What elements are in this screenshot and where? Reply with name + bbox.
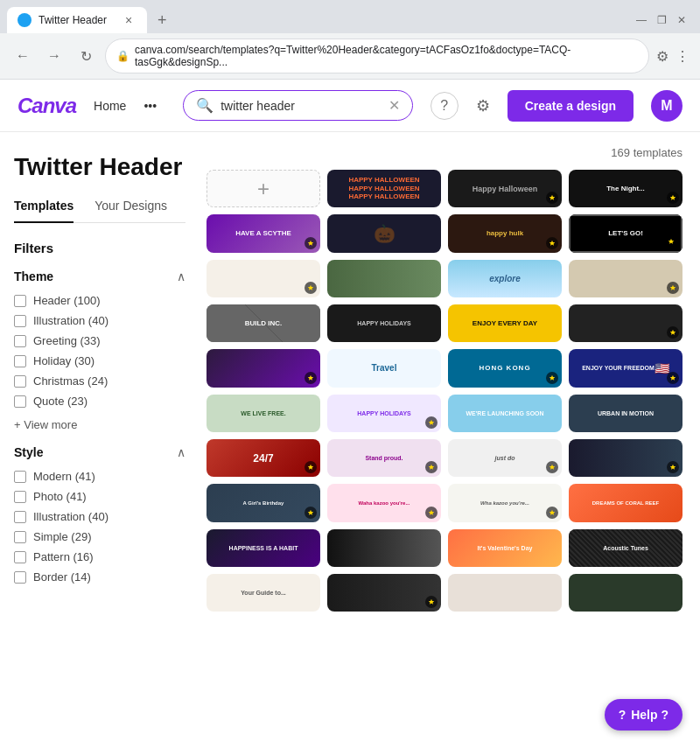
templates-area: 169 templates + HAPPY HALLOWEEN HAPPY HA… [200, 132, 700, 626]
style-filter-header[interactable]: Style ∧ [14, 445, 186, 459]
template-card[interactable]: The Night... [569, 170, 682, 207]
filter-label-illustration: Illustration (40) [33, 314, 108, 327]
template-card[interactable] [569, 574, 682, 612]
filter-item-border[interactable]: Border (14) [14, 570, 186, 584]
template-card[interactable]: HAVE A SCYTHE [206, 214, 320, 252]
template-card[interactable]: A Girl's Birthday [206, 484, 320, 521]
forward-button[interactable]: → [42, 44, 66, 68]
address-bar[interactable]: 🔒 canva.com/search/templates?q=Twitter%2… [105, 38, 649, 73]
filter-item-illustration[interactable]: Illustration (40) [14, 314, 186, 327]
template-card[interactable] [569, 439, 682, 477]
back-button[interactable]: ← [10, 44, 35, 68]
template-card[interactable]: It's Valentine's Day [448, 529, 562, 567]
filter-checkbox-greeting[interactable] [14, 335, 26, 347]
view-more-theme[interactable]: + View more [14, 415, 186, 431]
add-new-template[interactable]: + [206, 170, 320, 207]
canva-logo[interactable]: Canva [18, 94, 76, 118]
template-card[interactable]: Travel [327, 349, 441, 387]
filter-checkbox-quote[interactable] [14, 395, 26, 408]
filter-checkbox-border[interactable] [14, 571, 26, 584]
filter-item-modern[interactable]: Modern (41) [14, 470, 186, 483]
template-card[interactable] [327, 574, 441, 612]
minimize-button[interactable]: — [636, 14, 647, 26]
template-card[interactable]: Wha kazoo you're... [448, 484, 562, 521]
template-card[interactable]: Happy Halloween [448, 170, 562, 207]
template-card[interactable]: Acoustic Tunes [569, 529, 682, 567]
template-card[interactable] [206, 260, 320, 297]
template-card[interactable]: HAPPY HOLIDAYS [327, 304, 441, 342]
template-card[interactable]: BUILD INC. [206, 304, 320, 342]
template-card[interactable] [206, 349, 320, 387]
template-card[interactable]: HAPPY HALLOWEEN HAPPY HALLOWEEN HAPPY HA… [327, 170, 441, 207]
search-clear-button[interactable]: ✕ [388, 97, 400, 114]
template-card[interactable] [569, 304, 682, 342]
maximize-button[interactable]: ❐ [657, 14, 667, 26]
create-design-button[interactable]: Create a design [508, 90, 634, 122]
template-card[interactable] [327, 529, 441, 567]
nav-home-link[interactable]: Home [94, 99, 126, 113]
theme-filter-header[interactable]: Theme ∧ [14, 269, 186, 283]
filter-checkbox-illustration[interactable] [14, 315, 26, 327]
filter-checkbox-christmas[interactable] [14, 375, 26, 388]
filter-checkbox-header[interactable] [14, 295, 26, 307]
nav-more-button[interactable]: ••• [144, 99, 157, 113]
filter-item-photo[interactable]: Photo (41) [14, 490, 186, 503]
tab-close-button[interactable]: × [121, 12, 136, 28]
template-card[interactable]: WE LIVE FREE. [206, 395, 320, 432]
extensions-button[interactable]: ⚙ [656, 48, 668, 65]
search-input[interactable] [220, 99, 382, 113]
template-card[interactable]: 24/7 [206, 439, 320, 477]
svg-marker-4 [668, 238, 674, 243]
template-card[interactable]: happy hulk [448, 214, 562, 252]
template-card[interactable] [569, 260, 682, 297]
filter-checkbox-holiday[interactable] [14, 355, 26, 367]
filter-item-style-illustration[interactable]: Illustration (40) [14, 510, 186, 523]
theme-filter-section: Theme ∧ Header (100) Illustration (40) G… [14, 269, 186, 431]
tab-templates[interactable]: Templates [14, 199, 74, 223]
template-card[interactable]: URBAN IN MOTION [569, 395, 682, 432]
template-card[interactable]: Waha kazoo you're... [327, 484, 441, 521]
template-card[interactable]: just do [448, 439, 562, 477]
close-button[interactable]: ✕ [677, 14, 686, 26]
template-card[interactable]: explore [448, 260, 562, 297]
tab-your-designs[interactable]: Your Designs [94, 199, 167, 223]
svg-marker-10 [670, 374, 676, 380]
template-card[interactable]: Your Guide to... [206, 574, 320, 612]
filter-checkbox-style-illustration[interactable] [14, 511, 26, 523]
template-card[interactable]: HONG KONG [448, 349, 562, 387]
template-card[interactable]: DREAMS OF CORAL REEF [569, 484, 682, 521]
filter-item-quote[interactable]: Quote (23) [14, 395, 186, 408]
template-card[interactable]: 🎃 [327, 214, 441, 252]
template-card[interactable]: HAPPINESS IS A HABIT [206, 529, 320, 567]
template-card[interactable]: HAPPY HOLIDAYS [327, 395, 441, 432]
filter-item-greeting[interactable]: Greeting (33) [14, 334, 186, 347]
svg-marker-19 [429, 599, 434, 605]
template-card[interactable] [327, 260, 441, 297]
template-card[interactable]: ENJOY YOUR FREEDOM 🇺🇸 [569, 349, 682, 387]
filter-item-holiday[interactable]: Holiday (30) [14, 354, 186, 367]
browser-tab[interactable]: Twitter Header × [7, 7, 147, 33]
menu-button[interactable]: ⋮ [676, 48, 690, 65]
theme-chevron-icon: ∧ [177, 269, 186, 283]
template-card[interactable]: LET'S GO! [569, 214, 682, 252]
filter-label-border: Border (14) [33, 570, 91, 584]
filter-item-pattern[interactable]: Pattern (16) [14, 550, 186, 563]
filter-checkbox-photo[interactable] [14, 491, 26, 503]
reload-button[interactable]: ↻ [74, 44, 98, 68]
filter-checkbox-modern[interactable] [14, 471, 26, 483]
new-tab-button[interactable]: + [150, 11, 174, 30]
filter-item-simple[interactable]: Simple (29) [14, 530, 186, 543]
theme-filter-items: Header (100) Illustration (40) Greeting … [14, 294, 186, 431]
template-card[interactable]: WE'RE LAUNCHING SOON [448, 395, 562, 432]
filter-checkbox-pattern[interactable] [14, 551, 26, 563]
filter-item-christmas[interactable]: Christmas (24) [14, 374, 186, 388]
template-card[interactable]: ENJOY EVERY DAY [448, 304, 562, 342]
template-card[interactable] [448, 574, 562, 612]
filter-checkbox-simple[interactable] [14, 531, 26, 543]
filter-item-header[interactable]: Header (100) [14, 294, 186, 307]
help-button[interactable]: ? [430, 92, 458, 120]
svg-marker-0 [550, 195, 555, 200]
avatar[interactable]: M [651, 90, 682, 122]
settings-icon[interactable]: ⚙ [476, 96, 490, 115]
template-card[interactable]: Stand proud. [327, 439, 441, 477]
